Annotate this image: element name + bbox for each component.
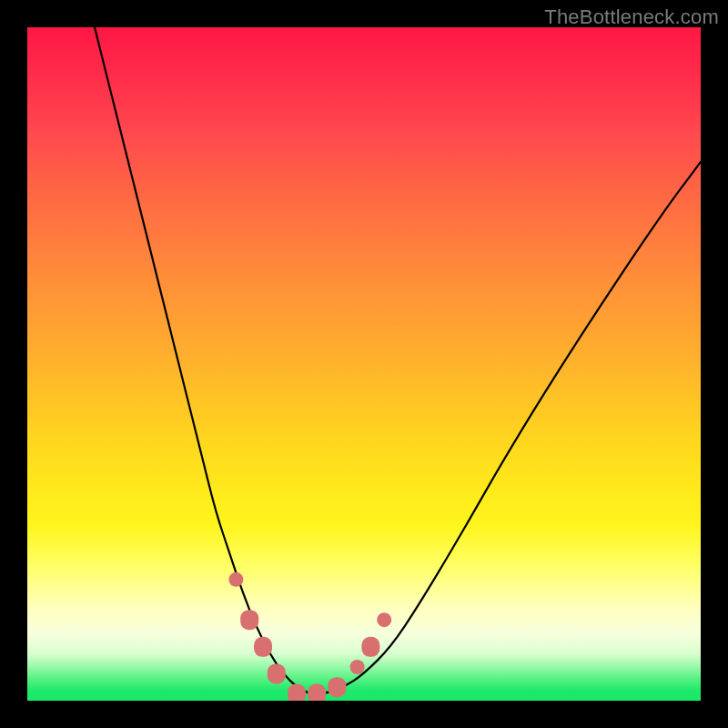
- curve-svg: [27, 27, 701, 701]
- marker-blob: [288, 684, 306, 701]
- marker-blob: [328, 677, 346, 697]
- plot-area: [27, 27, 701, 701]
- marker-blob: [240, 610, 258, 630]
- marker-blob: [308, 684, 326, 701]
- watermark-text: TheBottleneck.com: [544, 5, 719, 29]
- bottleneck-curve: [95, 27, 701, 694]
- marker-dot: [228, 572, 243, 587]
- highlight-markers: [228, 572, 391, 701]
- marker-blob: [361, 637, 379, 657]
- marker-dot: [350, 660, 365, 674]
- marker-blob: [268, 663, 286, 683]
- chart-frame: TheBottleneck.com: [0, 0, 728, 728]
- marker-blob: [254, 637, 272, 657]
- marker-dot: [377, 612, 391, 627]
